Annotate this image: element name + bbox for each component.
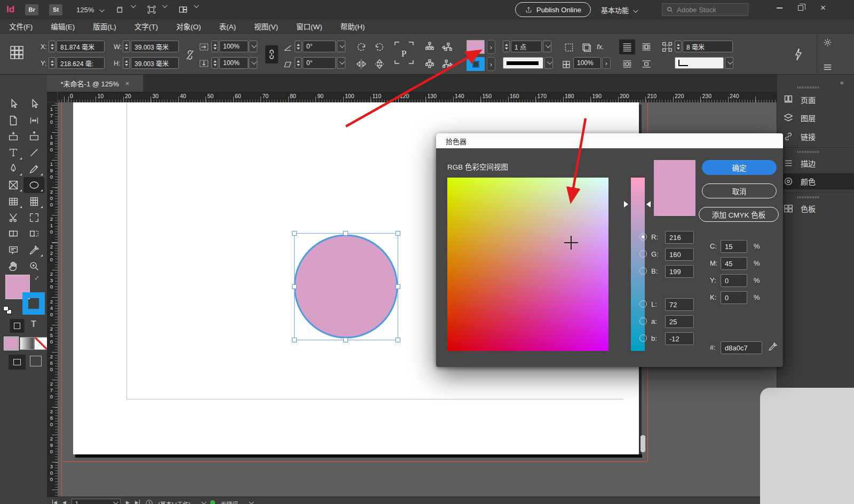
channel-value-field[interactable]: 199 [665, 265, 694, 278]
flip-vertical-icon[interactable] [374, 58, 385, 70]
collapse-dock-icon[interactable]: « [840, 79, 844, 86]
window-minimize-button[interactable] [768, 0, 791, 16]
slider-marker-left[interactable] [624, 201, 628, 207]
workspace-switcher[interactable]: 基本功能 [601, 5, 637, 15]
menu-item-edit[interactable]: 编辑(E) [42, 19, 84, 33]
page-tool[interactable] [3, 112, 23, 128]
stroke-type-field[interactable] [503, 57, 543, 69]
opacity-arrow[interactable]: › [602, 57, 611, 69]
vertical-ruler[interactable]: 1701801902002102202302402502602702802903… [47, 102, 58, 497]
selection-handle-sw[interactable] [292, 338, 297, 342]
drop-shadow-icon[interactable] [581, 42, 591, 53]
quick-apply-lightning-icon[interactable] [794, 47, 803, 61]
y-stepper[interactable] [49, 57, 56, 69]
shear-dropdown[interactable] [337, 57, 345, 69]
line-tool[interactable] [23, 145, 44, 161]
horizontal-ruler[interactable]: 0102030405060708090100110120130140150160… [58, 92, 777, 102]
formatting-affects-text-button[interactable]: T [31, 319, 36, 329]
menu-item-layout[interactable]: 版面(L) [84, 19, 125, 33]
color-field[interactable] [447, 178, 608, 351]
first-page-button[interactable]: ◀ [52, 500, 57, 504]
ruler-origin-corner[interactable] [47, 92, 58, 102]
reference-point-p-proxy[interactable]: P [393, 40, 415, 66]
channel-value-field[interactable]: 72 [665, 298, 694, 311]
ellipse-tool[interactable] [23, 177, 44, 193]
y-field[interactable]: 218.624 毫: [57, 57, 105, 69]
publish-online-button[interactable]: Publish Online [515, 2, 591, 17]
scale-y-dropdown[interactable] [249, 57, 257, 69]
wrap-bounding-box-button[interactable] [638, 39, 654, 54]
selection-handle-e[interactable] [396, 284, 400, 289]
x-stepper[interactable] [49, 41, 56, 52]
selection-handle-se[interactable] [396, 338, 400, 342]
channel-value-field[interactable]: 160 [665, 248, 694, 261]
next-page-button[interactable]: ▶ [126, 500, 130, 504]
selection-handle-w[interactable] [292, 284, 297, 289]
constrain-wh-broken-link-icon[interactable] [185, 49, 195, 61]
h-field[interactable]: 39.003 毫米 [131, 57, 179, 69]
panel-button-pages[interactable]: 页面 [777, 92, 854, 108]
channel-value-field[interactable]: 45 [721, 257, 747, 270]
constrain-scale-link-toggle[interactable] [265, 45, 278, 63]
ellipse-object[interactable] [292, 231, 399, 341]
color-slider[interactable] [631, 178, 645, 351]
select-next-object-icon[interactable] [441, 59, 454, 70]
corner-size-field[interactable]: 8 毫米 [683, 41, 733, 52]
shear-stepper[interactable] [295, 57, 302, 69]
type-tool[interactable] [3, 145, 23, 161]
zoom-level-dropdown[interactable]: 125% [76, 6, 103, 14]
page-number-field[interactable]: 1 [72, 499, 121, 504]
free-transform-tool[interactable] [23, 210, 44, 226]
x-field[interactable]: 81.874 毫米 [57, 41, 105, 52]
reference-point-proxy[interactable] [9, 42, 25, 63]
screen-mode-normal-button[interactable] [9, 355, 26, 370]
channel-value-field[interactable]: 0 [721, 291, 747, 304]
stroke-weight-field[interactable]: 1 点 [511, 41, 542, 52]
channel-value-field[interactable]: 15 [721, 240, 747, 253]
zoom-tool[interactable] [23, 258, 44, 274]
corner-shape-field[interactable] [675, 57, 724, 69]
pencil-tool[interactable] [23, 161, 44, 177]
selection-handle-n[interactable] [343, 231, 348, 236]
stroke-type-dropdown[interactable] [544, 57, 553, 69]
dock-drag-handle[interactable] [797, 196, 819, 198]
scale-x-dropdown[interactable] [249, 41, 257, 52]
w-field[interactable]: 39.003 毫米 [131, 41, 179, 52]
slider-marker-right[interactable] [646, 201, 651, 207]
hand-tool[interactable] [3, 258, 23, 274]
scale-x-field[interactable]: 100% [219, 41, 248, 52]
content-collector-tool[interactable] [3, 129, 23, 145]
panel-button-color[interactable]: 颜色 [777, 173, 854, 189]
effects-fx-button[interactable]: fx. [597, 43, 604, 51]
scrollbar-thumb[interactable] [640, 435, 645, 452]
default-fill-stroke-icon[interactable] [3, 306, 13, 315]
corner-options-icon[interactable] [564, 42, 574, 53]
stroke-proxy-swatch[interactable] [22, 292, 45, 315]
view-options-dropdown[interactable] [115, 4, 135, 15]
rotation-dropdown[interactable] [337, 41, 345, 52]
menu-item-object[interactable]: 对象(O) [167, 19, 210, 33]
screen-mode-dropdown[interactable] [146, 4, 166, 15]
bridge-button[interactable]: Br [25, 4, 38, 15]
fill-options-arrow[interactable]: › [487, 40, 495, 54]
menu-item-window[interactable]: 窗口(W) [287, 19, 331, 33]
stroke-weight-dropdown[interactable] [543, 41, 551, 52]
fill-color-swatch[interactable] [466, 40, 485, 54]
scale-y-field[interactable]: 100% [219, 57, 248, 69]
h-stepper[interactable] [123, 57, 130, 69]
gap-tool[interactable] [23, 112, 44, 128]
R-radio[interactable] [639, 233, 647, 241]
content-placer-tool[interactable] [23, 129, 44, 145]
stroke-options-arrow[interactable]: › [487, 57, 495, 71]
scissors-tool[interactable] [3, 210, 23, 226]
stock-button[interactable]: St [49, 4, 62, 15]
vertical-grid-tool[interactable] [23, 193, 44, 209]
preflight-profile[interactable]: [基本] (工作) [159, 500, 191, 504]
last-page-button[interactable]: ▶ [135, 500, 140, 504]
menu-item-file[interactable]: 文件(F) [0, 19, 42, 33]
select-previous-object-icon[interactable] [441, 42, 454, 53]
document-tab[interactable]: *未命名-1 @ 125% × [47, 75, 143, 92]
gradient-feather-tool[interactable] [23, 226, 44, 242]
rotation-stepper[interactable] [295, 41, 302, 52]
scale-x-stepper[interactable] [211, 41, 218, 52]
